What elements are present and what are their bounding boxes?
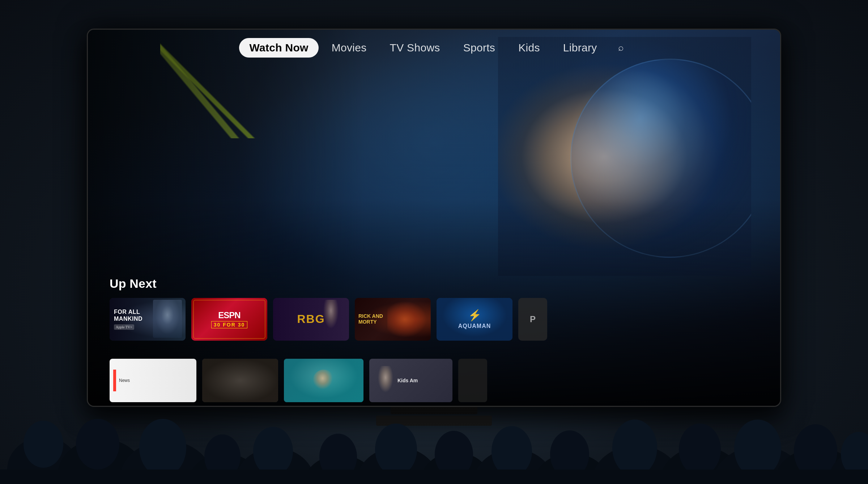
trident-icon: ⚡: [468, 309, 481, 321]
up-next-section: Up Next FOR ALLMANKIND Apple TV+: [110, 277, 780, 341]
nav-kids[interactable]: Kids: [508, 38, 550, 58]
svg-rect-30: [0, 470, 868, 484]
nav-library[interactable]: Library: [553, 38, 607, 58]
search-icon: ⌕: [618, 42, 624, 53]
navigation-bar: Watch Now Movies TV Shows Sports Kids Li…: [88, 30, 780, 62]
partial-card-letter: P: [530, 314, 536, 324]
svg-point-23: [679, 424, 721, 476]
aquaman-title: AQUAMAN: [458, 323, 491, 329]
svg-point-1: [24, 421, 63, 468]
nav-watch-now[interactable]: Watch Now: [239, 38, 318, 58]
nav-sports[interactable]: Sports: [453, 38, 506, 58]
svg-point-9: [253, 427, 293, 476]
svg-point-13: [375, 424, 417, 476]
nav-movies[interactable]: Movies: [322, 38, 377, 58]
svg-point-3: [76, 419, 119, 470]
nav-tv-shows[interactable]: TV Shows: [380, 38, 450, 58]
audience-silhouettes: [0, 332, 868, 484]
svg-point-25: [734, 420, 781, 477]
svg-point-21: [612, 420, 657, 476]
svg-point-17: [492, 426, 532, 477]
up-next-label: Up Next: [110, 277, 780, 291]
svg-point-5: [139, 419, 186, 477]
apple-tv-badge: Apple TV+: [114, 324, 134, 330]
search-button[interactable]: ⌕: [613, 40, 629, 56]
